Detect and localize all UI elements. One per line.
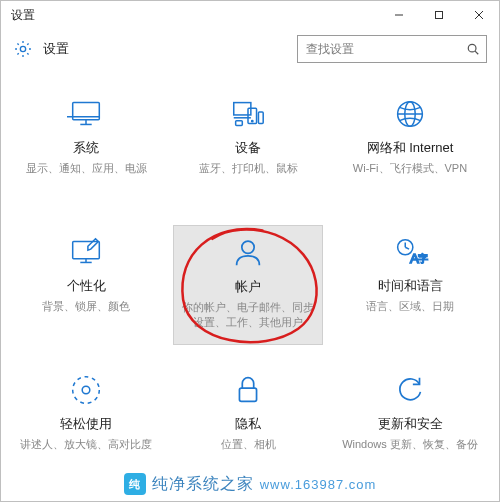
tile-desc: Wi-Fi、飞行模式、VPN <box>353 161 467 176</box>
tile-desc: 你的帐户、电子邮件、同步设置、工作、其他用户 <box>180 300 316 331</box>
tile-title: 设备 <box>235 139 261 157</box>
devices-icon <box>229 95 267 133</box>
tile-desc: 背景、锁屏、颜色 <box>42 299 130 314</box>
svg-rect-31 <box>239 388 256 401</box>
search-icon <box>466 42 480 56</box>
tile-desc: 讲述人、放大镜、高对比度 <box>20 437 152 452</box>
svg-point-23 <box>242 241 254 253</box>
svg-point-5 <box>468 44 476 52</box>
tile-title: 个性化 <box>67 277 106 295</box>
svg-rect-14 <box>258 112 263 123</box>
tile-title: 隐私 <box>235 415 261 433</box>
tile-title: 轻松使用 <box>60 415 112 433</box>
tile-title: 更新和安全 <box>378 415 443 433</box>
minimize-icon <box>394 10 404 20</box>
watermark-url: www.163987.com <box>260 477 377 492</box>
tile-personalize[interactable]: 个性化背景、锁屏、颜色 <box>11 225 161 345</box>
account-icon <box>229 234 267 272</box>
svg-point-4 <box>20 46 25 51</box>
tile-time-language[interactable]: A字时间和语言语言、区域、日期 <box>335 225 485 345</box>
search-input[interactable] <box>298 36 486 62</box>
svg-rect-16 <box>236 121 243 126</box>
tile-desc: 位置、相机 <box>221 437 276 452</box>
tile-title: 时间和语言 <box>378 277 443 295</box>
tile-network[interactable]: 网络和 InternetWi-Fi、飞行模式、VPN <box>335 87 485 207</box>
minimize-button[interactable] <box>379 1 419 29</box>
window-controls <box>379 1 499 29</box>
tile-title: 系统 <box>73 139 99 157</box>
tile-desc: 语言、区域、日期 <box>366 299 454 314</box>
tile-title: 帐户 <box>235 278 261 296</box>
svg-point-30 <box>73 377 100 404</box>
header: 设置 <box>1 29 499 69</box>
gear-icon <box>13 39 33 59</box>
maximize-button[interactable] <box>419 1 459 29</box>
app-caption: 设置 <box>11 7 35 24</box>
settings-window: 设置 设置 系统显示、通知、应用、电源设备蓝牙、打印机、鼠标网络和 Intern… <box>0 0 500 502</box>
update-icon <box>391 371 429 409</box>
tile-title: 网络和 Internet <box>367 139 454 157</box>
search-box[interactable] <box>297 35 487 63</box>
svg-rect-1 <box>436 12 443 19</box>
svg-line-6 <box>475 51 478 54</box>
maximize-icon <box>434 10 444 20</box>
tile-desc: 显示、通知、应用、电源 <box>26 161 147 176</box>
monitor-icon <box>67 95 105 133</box>
tile-accounts[interactable]: 帐户你的帐户、电子邮件、同步设置、工作、其他用户 <box>173 225 323 345</box>
tile-desc: 蓝牙、打印机、鼠标 <box>199 161 298 176</box>
tile-desc: Windows 更新、恢复、备份 <box>342 437 478 452</box>
tile-system[interactable]: 系统显示、通知、应用、电源 <box>11 87 161 207</box>
close-button[interactable] <box>459 1 499 29</box>
privacy-icon <box>229 371 267 409</box>
network-icon <box>391 95 429 133</box>
tile-ease-of-access[interactable]: 轻松使用讲述人、放大镜、高对比度 <box>11 363 161 483</box>
timelang-icon: A字 <box>391 233 429 271</box>
settings-grid: 系统显示、通知、应用、电源设备蓝牙、打印机、鼠标网络和 InternetWi-F… <box>1 69 499 483</box>
watermark-site: 纯净系统之家 <box>152 474 254 495</box>
close-icon <box>474 10 484 20</box>
ease-icon <box>67 371 105 409</box>
tile-privacy[interactable]: 隐私位置、相机 <box>173 363 323 483</box>
tile-devices[interactable]: 设备蓝牙、打印机、鼠标 <box>173 87 323 207</box>
svg-line-26 <box>405 247 409 249</box>
watermark-logo: 纯 <box>124 473 146 495</box>
svg-point-29 <box>82 386 90 394</box>
svg-point-15 <box>252 120 253 121</box>
titlebar: 设置 <box>1 1 499 29</box>
page-title: 设置 <box>43 40 297 58</box>
tile-update[interactable]: 更新和安全Windows 更新、恢复、备份 <box>335 363 485 483</box>
watermark: 纯 纯净系统之家 www.163987.com <box>1 473 499 495</box>
svg-text:字: 字 <box>418 253 428 264</box>
personal-icon <box>67 233 105 271</box>
